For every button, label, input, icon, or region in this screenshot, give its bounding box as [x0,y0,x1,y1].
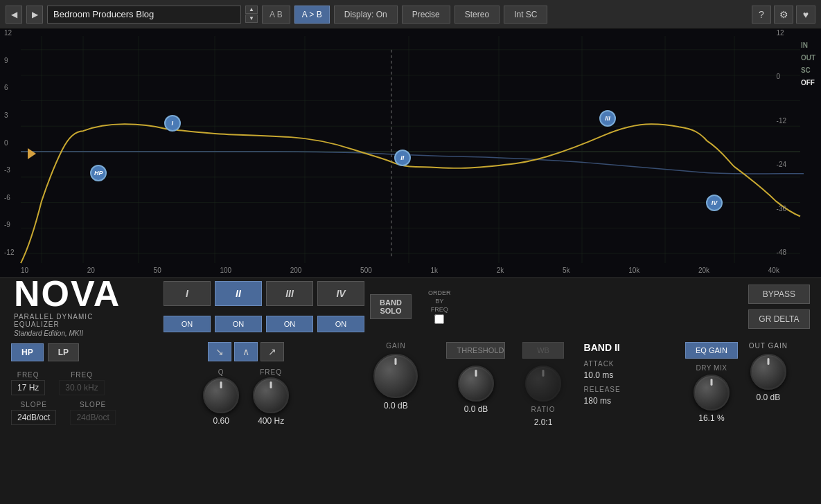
lp-freq-col: FREQ 30.0 kHz [59,371,104,395]
band-node-4[interactable]: IV [706,195,723,211]
band-node-hp[interactable]: HP [90,165,107,181]
band-info-section: BAND II ATTACK 10.0 ms RELEASE 180 ms [573,335,676,434]
output-section: EQ GAIN DRY MIX 16.1 % OUT GAIN 0.0 dB [676,335,821,434]
gr-delta-button[interactable]: GR DELTA [748,309,810,329]
filter-type-btns: HP LP [11,343,127,361]
logo-nova: NOVA [14,276,138,312]
bypass-area: BYPASS GR DELTA [737,278,821,334]
shape-btn-shelf[interactable]: ↗ [261,342,284,361]
band-on-btn-4[interactable]: ON [317,316,364,332]
eq-legend: IN OUT SC OFF [801,39,815,89]
back-button[interactable]: ◀ [6,6,22,24]
q-value: 0.60 [213,416,229,426]
forward-button[interactable]: ▶ [26,6,43,24]
hp-slope-val[interactable]: 24dB/oct [11,410,56,425]
release-value: 180 ms [584,396,664,406]
band-btn-2[interactable]: II [215,281,262,306]
intsc-button[interactable]: Int SC [504,6,547,24]
hp-filter-button[interactable]: HP [11,343,44,361]
order-by-freq-checkbox[interactable] [434,314,444,324]
shape-btn-bell[interactable]: ↘ [208,342,231,361]
threshold-button[interactable]: THRESHOLD [446,342,505,359]
top-right-icons: ? ⚙ ♥ [752,6,815,24]
band-node-2[interactable]: II [394,150,411,166]
preset-name-input[interactable] [47,6,241,24]
gain-section: GAIN 0.0 dB [354,335,438,434]
top-bar: ◀ ▶ ▲ ▼ A B A > B Display: On Precise St… [0,0,821,29]
eq-band-section: ↘ ∧ ↗ Q 0.60 FREQ 400 Hz [139,335,354,434]
band-btn-1[interactable]: I [164,281,211,306]
release-row: RELEASE 180 ms [584,386,664,406]
wb-knob[interactable] [525,366,561,402]
release-label: RELEASE [584,386,664,393]
band-buttons-row: I II III IV [164,281,364,306]
threshold-value: 0.0 dB [464,404,488,414]
eq-out-header: EQ GAIN DRY MIX 16.1 % OUT GAIN 0.0 dB [685,342,811,423]
band-freq-value: 400 Hz [258,416,284,426]
dry-mix-knob-container: 16.1 % [685,375,738,423]
bottom-top-row: NOVA PARALLEL DYNAMIC EQUALIZER Standard… [0,278,821,335]
band-node-3[interactable]: III [599,110,616,127]
dry-mix-knob[interactable] [694,375,730,411]
q-knob-container: Q 0.60 [203,368,239,426]
logo-sub: PARALLEL DYNAMIC EQUALIZER [14,313,138,328]
logo-area: NOVA PARALLEL DYNAMIC EQUALIZER Standard… [0,278,152,334]
ab-active-button[interactable]: A > B [294,6,330,24]
lp-freq-val[interactable]: 30.0 kHz [59,380,104,395]
shape-buttons: ↘ ∧ ↗ [208,342,284,361]
favorite-button[interactable]: ♥ [796,6,815,24]
dry-mix-value: 16.1 % [698,413,724,423]
threshold-marker[interactable] [28,148,36,159]
attack-row: ATTACK 10.0 ms [584,360,664,380]
precise-button[interactable]: Precise [402,6,450,24]
band-freq-label: FREQ [260,368,282,376]
gain-knob[interactable] [373,354,418,398]
ab-button[interactable]: A B [262,6,290,24]
band-node-1[interactable]: I [164,115,181,132]
lp-filter-button[interactable]: LP [48,343,79,361]
band-on-btn-3[interactable]: ON [266,316,313,332]
display-button[interactable]: Display: On [334,6,398,24]
band-on-btn-2[interactable]: ON [215,316,262,332]
preset-up-button[interactable]: ▲ [245,6,258,14]
eq-gain-col: EQ GAIN DRY MIX 16.1 % [685,342,738,423]
qfreq-row: Q 0.60 FREQ 400 Hz [203,368,289,426]
attack-value: 10.0 ms [584,370,664,380]
bypass-button[interactable]: BYPASS [748,285,810,304]
filter-section: HP LP FREQ 17 Hz FREQ 30.0 kHz SLOPE 24d… [0,335,139,434]
hp-freq-val[interactable]: 17 Hz [11,380,45,395]
hp-slope-label: SLOPE [21,401,47,408]
out-gain-label: OUT GAIN [749,342,788,350]
band-on-btn-1[interactable]: ON [164,316,211,332]
lp-freq-label: FREQ [71,371,93,379]
band-btn-4[interactable]: IV [317,281,364,306]
attack-release-cols: ATTACK 10.0 ms RELEASE 180 ms [584,360,664,406]
eq-curve-svg [0,29,821,277]
freq-knob[interactable] [253,377,289,413]
attack-label: ATTACK [584,360,664,368]
wb-button[interactable]: WB [522,342,563,359]
band-on-row: ON ON ON ON [164,316,364,332]
band-select-area: I II III IV ON ON ON ON BANDSOLO ORDER B… [152,278,463,334]
band-solo-button[interactable]: BANDSOLO [370,294,412,319]
eq-gain-button[interactable]: EQ GAIN [685,342,738,359]
freq-pair: FREQ 17 Hz FREQ 30.0 kHz [11,371,127,395]
lp-slope-val[interactable]: 24dB/oct [70,410,115,425]
out-gain-knob[interactable] [750,354,786,390]
shape-btn-peak[interactable]: ∧ [234,342,258,361]
freq-knob-container: FREQ 400 Hz [253,368,289,426]
threshold-knob[interactable] [458,366,494,402]
preset-down-button[interactable]: ▼ [245,15,258,23]
q-knob[interactable] [203,377,239,413]
bottom-panel: NOVA PARALLEL DYNAMIC EQUALIZER Standard… [0,278,821,434]
stereo-button[interactable]: Stereo [454,6,500,24]
eq-display[interactable]: 12 9 6 3 0 -3 -6 -9 -12 12 0 -12 -24 -36… [0,29,821,278]
preset-arrows: ▲ ▼ [245,6,258,23]
band-btn-3[interactable]: III [266,281,313,306]
eq-db-labels-right-inner: 12 0 -12 -24 -36 -48 [777,29,786,256]
wb-section: WB RATIO 2.0:1 [514,335,572,434]
settings-button[interactable]: ⚙ [774,6,793,24]
hp-slope-col: SLOPE 24dB/oct [11,401,56,425]
eq-freq-labels: 10 20 50 100 200 500 1k 2k 5k 10k 20k 40… [21,267,779,274]
help-button[interactable]: ? [752,6,771,24]
